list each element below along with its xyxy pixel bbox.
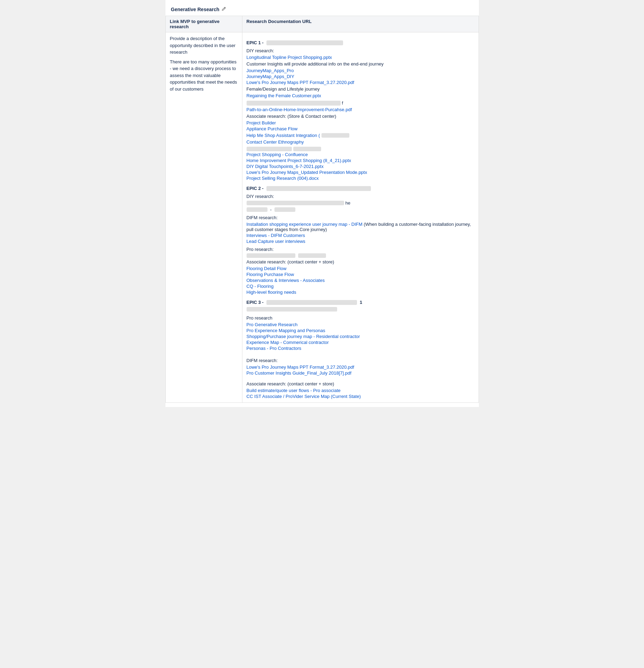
link-personas-pro[interactable]: Personas - Pro Contractors bbox=[247, 346, 474, 351]
link-build-estimate[interactable]: Build estimate/quote user flows - Pro as… bbox=[247, 388, 474, 393]
right-column-header: Research Documentation URL bbox=[242, 16, 479, 32]
epic2-difm-label: DIFM research: bbox=[247, 215, 474, 220]
link-appliance[interactable]: Appliance Purchase Flow bbox=[247, 126, 474, 131]
link-contact-center[interactable]: Contact Center Ethnography bbox=[247, 139, 474, 145]
epic3-label: EPIC 3 - bbox=[247, 300, 264, 305]
link-high-level[interactable]: High-level flooring needs bbox=[247, 290, 474, 295]
link-cc-ist[interactable]: CC IST Associate / ProVider Service Map … bbox=[247, 394, 474, 399]
link-pro-customer[interactable]: Pro Customer Insights Guide_Final_July 2… bbox=[247, 370, 474, 376]
epic2-header: EPIC 2 - bbox=[247, 186, 474, 191]
svg-line-0 bbox=[224, 8, 225, 8]
link-jmap-pro[interactable]: JourneyMap_Apps_Pro bbox=[247, 68, 474, 73]
epic1-label: EPIC 1 - bbox=[247, 40, 264, 45]
main-row: Provide a description of the opportunity… bbox=[165, 32, 479, 403]
link-female[interactable]: Regaining the Female Customer.pptx bbox=[247, 93, 474, 98]
epic3-header: EPIC 3 - 1 bbox=[247, 300, 474, 305]
blurred-row-2 bbox=[247, 147, 474, 151]
link-installation[interactable]: Installation shopping experience user jo… bbox=[247, 222, 363, 227]
main-table: Link MVP to generative research Research… bbox=[165, 16, 479, 403]
link-lowes-pro-2[interactable]: Lowe's Pro Journey Maps PPT Format_3.27.… bbox=[247, 364, 474, 370]
link-project-shopping[interactable]: Project Shopping - Confluence bbox=[247, 152, 474, 157]
link-flooring-detail[interactable]: Flooring Detail Flow bbox=[247, 266, 474, 271]
link-diy-digital[interactable]: DIY Digital Touchpoints_6-7-2021.pptx bbox=[247, 164, 474, 169]
epic2-pro-label: Pro research: bbox=[247, 247, 474, 252]
help-me-shop-row: Help Me Shop Assistant Integration ( bbox=[247, 132, 474, 139]
link-pro-generative[interactable]: Pro Generative Research bbox=[247, 322, 474, 327]
link-jmap-diy[interactable]: JourneyMap_Apps_DIY bbox=[247, 74, 474, 79]
desc-text-1: Provide a description of the opportunity… bbox=[170, 35, 238, 56]
female-design-text: Female/Design and Lifestyle journey bbox=[247, 86, 474, 92]
link-lowes-updated[interactable]: Lowe's Pro Journey Maps_Updated Presenta… bbox=[247, 170, 474, 175]
link-flooring-purchase[interactable]: Flooring Purchase Flow bbox=[247, 272, 474, 277]
edit-icon[interactable] bbox=[222, 6, 226, 12]
installation-row: Installation shopping experience user jo… bbox=[247, 222, 474, 232]
page-wrapper: Generative Research Link MVP to generati… bbox=[165, 0, 479, 407]
epic3-pro-label: Pro research bbox=[247, 315, 474, 321]
title-text: Generative Research bbox=[171, 7, 219, 12]
epic2-associate-label: Associate research: (contact center + st… bbox=[247, 259, 474, 264]
associate-research-label: Associate research: (Store & Contact cen… bbox=[247, 114, 474, 119]
epic2-pro-blur bbox=[247, 253, 474, 258]
epic2-label: EPIC 2 - bbox=[247, 186, 264, 191]
link-pro-experience[interactable]: Pro Experience Mapping and Personas bbox=[247, 328, 474, 333]
epic2-blur bbox=[266, 186, 371, 191]
left-column: Provide a description of the opportunity… bbox=[165, 32, 242, 403]
epic2-diy-blur-1: he bbox=[247, 200, 474, 206]
link-lowes-pro[interactable]: Lowe's Pro Journey Maps PPT Format_3.27.… bbox=[247, 80, 474, 85]
customer-insights-text: Customer Insights will provide additiona… bbox=[247, 61, 474, 67]
link-path[interactable]: Path-to-an-Online-Home-Improvement-Purca… bbox=[247, 107, 474, 112]
epic3-difm-label: DIFM research: bbox=[247, 358, 474, 363]
link-observations[interactable]: Observations & Interviews - Associates bbox=[247, 278, 474, 283]
link-experience-commercial[interactable]: Experience Map - Commerical contractor bbox=[247, 340, 474, 345]
epic3-associate-label: Associate research: (contact center + st… bbox=[247, 381, 474, 386]
epic3-blur-row bbox=[247, 307, 474, 313]
epic2-diy-label: DIY research: bbox=[247, 194, 474, 199]
link-shopping-residential[interactable]: Shopping/Purchase journey map - Resident… bbox=[247, 334, 474, 339]
epic2-diy-blur-2: - bbox=[247, 207, 474, 212]
link-cq-flooring[interactable]: CQ - Flooring bbox=[247, 284, 474, 289]
link-lead-capture[interactable]: Lead Capture user interviews bbox=[247, 239, 474, 244]
epic3-blur bbox=[266, 300, 357, 305]
right-column: EPIC 1 - DIY research: Longitudinal Topl… bbox=[242, 32, 479, 403]
desc-text-2: There are too many opportunities - we ne… bbox=[170, 59, 238, 93]
page-title: Generative Research bbox=[165, 4, 479, 16]
link-longitudinal[interactable]: Longitudinal Topline Project Shopping.pp… bbox=[247, 55, 474, 60]
blurred-row-f: f bbox=[247, 100, 474, 106]
epic1-blur bbox=[266, 40, 343, 45]
link-interviews-difm[interactable]: Interviews - DIFM Customers bbox=[247, 233, 474, 238]
link-project-builder[interactable]: Project Builder bbox=[247, 120, 474, 125]
epic1-diy-label: DIY research: bbox=[247, 48, 474, 53]
link-project-selling[interactable]: Project Selling Research (004).docx bbox=[247, 176, 474, 181]
left-column-header: Link MVP to generative research bbox=[165, 16, 242, 32]
link-home-improvement[interactable]: Home Improvement Project Shopping (8_4_2… bbox=[247, 158, 474, 163]
link-help-me-shop[interactable]: Help Me Shop Assistant Integration ( bbox=[247, 133, 320, 138]
epic1-header: EPIC 1 - bbox=[247, 40, 474, 45]
